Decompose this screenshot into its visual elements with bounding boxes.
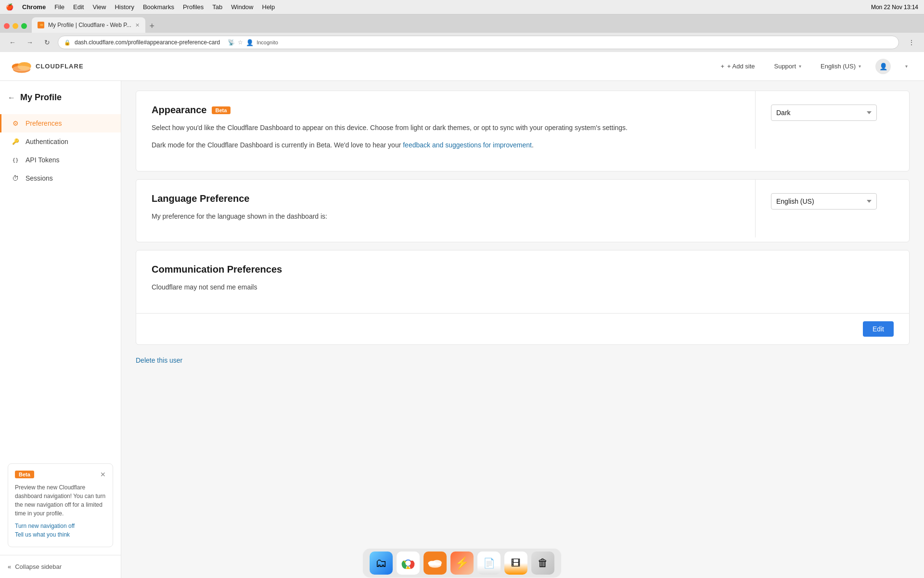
appearance-card-right: Dark Light Sync with OS bbox=[755, 91, 909, 149]
lock-icon: 🔒 bbox=[64, 39, 71, 46]
communication-title-text: Communication Preferences bbox=[152, 264, 282, 275]
sidebar-item-sessions[interactable]: ⏱ Sessions bbox=[0, 169, 121, 187]
help-menu[interactable]: Help bbox=[262, 3, 275, 11]
star-icon[interactable]: ☆ bbox=[238, 39, 243, 46]
language-select[interactable]: English (US) Español Français Deutsch 日本… bbox=[771, 193, 877, 210]
tell-us-link[interactable]: Tell us what you think bbox=[15, 531, 106, 538]
main-layout: ← My Profile ⚙ Preferences 🔑 Authenticat… bbox=[0, 81, 924, 578]
sidebar-header[interactable]: ← My Profile bbox=[0, 85, 121, 110]
appearance-desc2: Dark mode for the Cloudflare Dashboard i… bbox=[152, 140, 740, 150]
profiles-menu[interactable]: Profiles bbox=[183, 3, 204, 11]
language-title-text: Language Preference bbox=[152, 193, 249, 204]
svg-point-8 bbox=[405, 560, 411, 565]
extensions-icon[interactable]: ⋮ bbox=[905, 36, 918, 49]
tab-close-button[interactable]: ✕ bbox=[135, 22, 140, 28]
top-nav-right: + + Add site Support ▾ English (US) ▾ 👤 … bbox=[716, 59, 912, 74]
beta-card-header: Beta ✕ bbox=[15, 471, 106, 478]
sidebar-item-api-tokens[interactable]: {} API Tokens bbox=[0, 151, 121, 169]
communication-desc: Cloudflare may not send me emails bbox=[152, 282, 894, 292]
dock-keynote[interactable]: 🎞 bbox=[504, 552, 527, 575]
dock-chrome[interactable] bbox=[397, 552, 420, 575]
file-menu[interactable]: File bbox=[54, 3, 64, 11]
add-site-button[interactable]: + + Add site bbox=[716, 60, 759, 73]
view-menu[interactable]: View bbox=[92, 3, 106, 11]
sidebar-footer: « Collapse sidebar bbox=[0, 555, 121, 578]
new-tab-button[interactable]: + bbox=[145, 19, 159, 33]
history-menu[interactable]: History bbox=[115, 3, 134, 11]
dock-docs[interactable]: 📄 bbox=[477, 552, 500, 575]
user-dropdown-arrow[interactable]: ▾ bbox=[900, 61, 912, 72]
sidebar-nav: ⚙ Preferences 🔑 Authentication {} API To… bbox=[0, 110, 121, 456]
macos-menubar: 🍎 Chrome File Edit View History Bookmark… bbox=[0, 0, 924, 14]
appearance-card: Appearance Beta Select how you'd like th… bbox=[136, 91, 910, 171]
user-chevron-icon: ▾ bbox=[905, 64, 908, 69]
appearance-title-text: Appearance bbox=[152, 105, 207, 116]
authentication-icon: 🔑 bbox=[11, 137, 20, 146]
maximize-window-button[interactable] bbox=[21, 23, 27, 29]
sidebar-title: My Profile bbox=[20, 92, 62, 103]
apple-menu[interactable]: 🍎 bbox=[6, 3, 13, 11]
sidebar: ← My Profile ⚙ Preferences 🔑 Authenticat… bbox=[0, 81, 121, 578]
language-preference-card: Language Preference My preference for th… bbox=[136, 179, 910, 242]
language-card-title: Language Preference bbox=[152, 193, 740, 204]
edit-menu[interactable]: Edit bbox=[73, 3, 84, 11]
turn-off-navigation-link[interactable]: Turn new navigation off bbox=[15, 523, 106, 529]
sidebar-item-authentication[interactable]: 🔑 Authentication bbox=[0, 132, 121, 151]
beta-card-text: Preview the new Cloudflare dashboard nav… bbox=[15, 483, 106, 518]
appearance-beta-badge: Beta bbox=[212, 106, 231, 114]
support-label: Support bbox=[774, 63, 796, 70]
add-icon: + bbox=[720, 63, 724, 70]
cast-icon[interactable]: 📡 bbox=[228, 39, 235, 46]
communication-card-left: Communication Preferences Cloudflare may… bbox=[136, 250, 909, 313]
clock: Mon 22 Nov 13:14 bbox=[871, 4, 918, 11]
user-menu-button[interactable]: 👤 bbox=[875, 59, 891, 74]
preferences-icon: ⚙ bbox=[11, 119, 20, 128]
bookmarks-menu[interactable]: Bookmarks bbox=[143, 3, 174, 11]
browser-chrome: My Profile | Cloudflare - Web P... ✕ + ←… bbox=[0, 14, 924, 52]
beta-badge: Beta bbox=[15, 471, 34, 478]
dock-trash[interactable]: 🗑 bbox=[531, 552, 554, 575]
support-button[interactable]: Support ▾ bbox=[769, 60, 806, 73]
cf-logo-text: CLOUDFLARE bbox=[36, 63, 84, 70]
delete-user-link[interactable]: Delete this user bbox=[136, 356, 182, 364]
active-tab[interactable]: My Profile | Cloudflare - Web P... ✕ bbox=[32, 17, 145, 33]
window-menu[interactable]: Window bbox=[231, 3, 253, 11]
appearance-card-title: Appearance Beta bbox=[152, 105, 740, 116]
language-desc: My preference for the language shown in … bbox=[152, 211, 740, 222]
close-window-button[interactable] bbox=[4, 23, 10, 29]
collapse-sidebar-button[interactable]: « Collapse sidebar bbox=[8, 563, 113, 570]
dock-cloudflare[interactable] bbox=[424, 552, 447, 575]
communication-card-body: Communication Preferences Cloudflare may… bbox=[136, 250, 909, 313]
language-chevron-icon: ▾ bbox=[859, 64, 861, 69]
communication-preferences-card: Communication Preferences Cloudflare may… bbox=[136, 250, 910, 344]
appearance-theme-select[interactable]: Dark Light Sync with OS bbox=[771, 105, 877, 121]
communication-card-title: Communication Preferences bbox=[152, 264, 894, 275]
appearance-feedback-link[interactable]: feedback and suggestions for improvement bbox=[403, 141, 532, 149]
back-arrow-icon: ← bbox=[8, 93, 15, 102]
communication-edit-button[interactable]: Edit bbox=[863, 321, 894, 337]
api-tokens-icon: {} bbox=[11, 156, 20, 164]
back-button[interactable]: ← bbox=[6, 36, 19, 49]
dock-finder[interactable]: 🗂 bbox=[370, 552, 393, 575]
language-card-body: Language Preference My preference for th… bbox=[136, 180, 909, 242]
address-bar[interactable]: 🔒 dash.cloudflare.com/profile#appearance… bbox=[58, 36, 899, 49]
tab-bar: My Profile | Cloudflare - Web P... ✕ + bbox=[0, 14, 924, 33]
tab-menu[interactable]: Tab bbox=[212, 3, 222, 11]
beta-card-close-button[interactable]: ✕ bbox=[100, 471, 106, 478]
chrome-menu[interactable]: Chrome bbox=[22, 3, 46, 11]
profile-icon[interactable]: 👤 bbox=[246, 39, 254, 46]
address-bar-icons: 📡 ☆ 👤 Incognito bbox=[228, 39, 278, 46]
menubar-right-icons: Mon 22 Nov 13:14 bbox=[871, 4, 918, 11]
minimize-window-button[interactable] bbox=[13, 23, 18, 29]
svg-point-2 bbox=[40, 24, 43, 26]
address-bar-row: ← → ↻ 🔒 dash.cloudflare.com/profile#appe… bbox=[0, 33, 924, 52]
sessions-icon: ⏱ bbox=[11, 174, 20, 183]
forward-button[interactable]: → bbox=[23, 36, 37, 49]
sidebar-item-preferences[interactable]: ⚙ Preferences bbox=[0, 114, 121, 132]
reload-button[interactable]: ↻ bbox=[40, 36, 54, 49]
appearance-card-body: Appearance Beta Select how you'd like th… bbox=[136, 91, 909, 171]
main-content: Appearance Beta Select how you'd like th… bbox=[121, 81, 924, 578]
language-button[interactable]: English (US) ▾ bbox=[816, 60, 866, 73]
dock-bolt[interactable]: ⚡ bbox=[450, 552, 474, 575]
cf-logo[interactable]: CLOUDFLARE bbox=[12, 59, 84, 74]
